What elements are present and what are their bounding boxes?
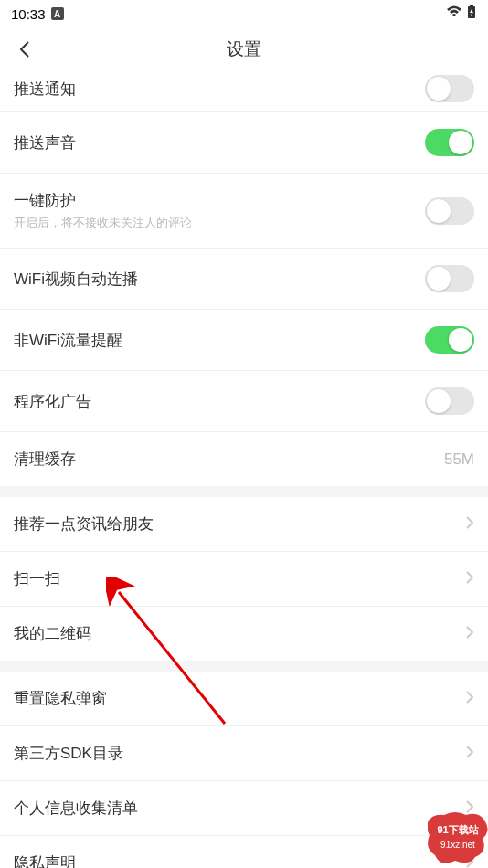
page-title: 设置 bbox=[227, 37, 261, 61]
status-bar: 10:33 A bbox=[0, 0, 488, 27]
status-right bbox=[446, 5, 477, 23]
chevron-right-icon bbox=[465, 625, 474, 643]
toggle-push-sound[interactable] bbox=[425, 129, 474, 156]
row-personal-info[interactable]: 个人信息收集清单 bbox=[0, 781, 488, 836]
row-label: 第三方SDK目录 bbox=[14, 743, 123, 764]
watermark: 91下载站 91xz.net bbox=[428, 811, 488, 866]
svg-text:91xz.net: 91xz.net bbox=[440, 840, 475, 850]
row-label: 我的二维码 bbox=[14, 623, 91, 644]
cache-size: 55M bbox=[444, 450, 474, 469]
row-reset-privacy[interactable]: 重置隐私弹窗 bbox=[0, 672, 488, 726]
row-label: 程序化广告 bbox=[14, 391, 91, 412]
back-button[interactable] bbox=[11, 36, 38, 63]
toggle-knob bbox=[449, 131, 472, 154]
chevron-right-icon bbox=[465, 570, 474, 588]
row-label: WiFi视频自动连播 bbox=[14, 269, 138, 290]
toggle-knob bbox=[427, 199, 451, 223]
row-wifi-autoplay[interactable]: WiFi视频自动连播 bbox=[0, 249, 488, 310]
wifi-icon bbox=[446, 5, 462, 22]
toggle-nonwifi-alert[interactable] bbox=[425, 326, 474, 354]
header: 设置 bbox=[0, 27, 488, 71]
row-push-sound[interactable]: 推送声音 bbox=[0, 112, 488, 174]
toggle-protection[interactable] bbox=[425, 197, 474, 225]
row-protection[interactable]: 一键防护 开启后，将不接收未关注人的评论 bbox=[0, 174, 488, 249]
row-my-qrcode[interactable]: 我的二维码 bbox=[0, 607, 488, 661]
row-scan[interactable]: 扫一扫 bbox=[0, 552, 488, 607]
row-label: 重置隐私弹窗 bbox=[14, 688, 107, 709]
toggle-push-notify[interactable] bbox=[425, 75, 474, 102]
status-left: 10:33 A bbox=[11, 6, 64, 22]
section-share: 推荐一点资讯给朋友 扫一扫 我的二维码 bbox=[0, 497, 488, 661]
chevron-right-icon bbox=[465, 690, 474, 708]
row-sublabel: 开启后，将不接收未关注人的评论 bbox=[14, 215, 192, 231]
back-icon bbox=[17, 40, 32, 58]
row-recommend[interactable]: 推荐一点资讯给朋友 bbox=[0, 497, 488, 552]
section-privacy: 重置隐私弹窗 第三方SDK目录 个人信息收集清单 隐私声明 bbox=[0, 672, 488, 868]
row-label: 个人信息收集清单 bbox=[14, 798, 138, 819]
row-label: 推送通知 bbox=[14, 79, 76, 100]
toggle-knob bbox=[449, 328, 472, 352]
row-label: 推送声音 bbox=[14, 132, 76, 153]
row-programmatic-ads[interactable]: 程序化广告 bbox=[0, 371, 488, 432]
status-badge-icon: A bbox=[51, 7, 64, 20]
toggle-knob bbox=[427, 267, 451, 291]
row-label: 扫一扫 bbox=[14, 568, 60, 589]
chevron-right-icon bbox=[465, 745, 474, 763]
battery-icon bbox=[466, 5, 477, 23]
toggle-knob bbox=[427, 77, 451, 101]
row-label: 一键防护 bbox=[14, 190, 192, 211]
toggle-knob bbox=[427, 389, 451, 413]
toggle-programmatic-ads[interactable] bbox=[425, 387, 474, 415]
row-label: 推荐一点资讯给朋友 bbox=[14, 513, 154, 535]
row-sdk-directory[interactable]: 第三方SDK目录 bbox=[0, 726, 488, 781]
settings-content: 推送通知 推送声音 一键防护 开启后，将不接收未关注人的评论 WiFi视频自动连… bbox=[0, 71, 488, 868]
section-notifications: 推送通知 推送声音 一键防护 开启后，将不接收未关注人的评论 WiFi视频自动连… bbox=[0, 71, 488, 486]
row-nonwifi-alert[interactable]: 非WiFi流量提醒 bbox=[0, 310, 488, 371]
chevron-right-icon bbox=[465, 515, 474, 534]
row-label: 非WiFi流量提醒 bbox=[14, 330, 122, 351]
toggle-wifi-autoplay[interactable] bbox=[425, 265, 474, 292]
svg-text:91下载站: 91下载站 bbox=[437, 824, 478, 835]
row-label: 清理缓存 bbox=[14, 449, 76, 470]
status-time: 10:33 bbox=[11, 6, 46, 22]
svg-rect-1 bbox=[470, 5, 473, 6]
row-label: 隐私声明 bbox=[14, 852, 76, 868]
row-push-notify[interactable]: 推送通知 bbox=[0, 71, 488, 112]
row-privacy-statement[interactable]: 隐私声明 bbox=[0, 836, 488, 868]
row-clear-cache[interactable]: 清理缓存 55M bbox=[0, 432, 488, 486]
